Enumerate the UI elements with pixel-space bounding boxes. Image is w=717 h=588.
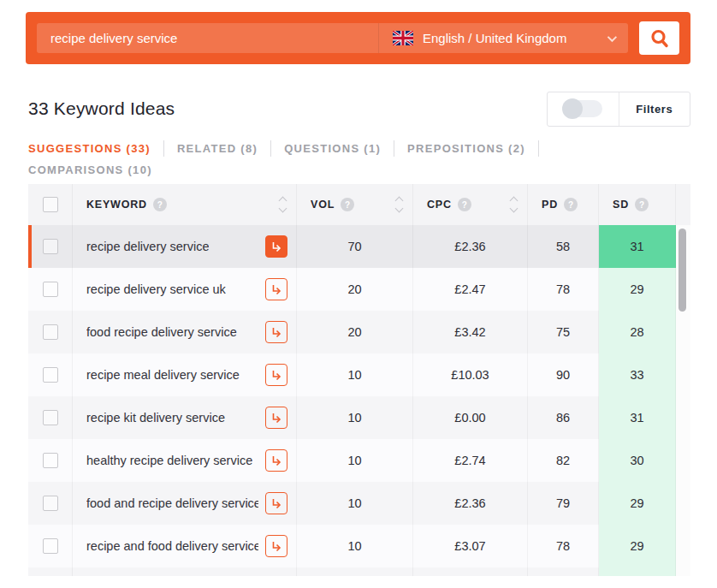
row-checkbox[interactable] [43, 453, 58, 468]
row-checkbox[interactable] [43, 282, 58, 297]
row-checkbox-cell [28, 396, 73, 439]
select-all-checkbox[interactable] [43, 197, 58, 212]
keyword-tool-app: English / United Kingdom 33 Keyword Idea… [0, 0, 717, 588]
tab-prepositions[interactable]: PREPOSITIONS (2) [407, 142, 525, 155]
keyword-cell: healthy recipe delivery service [73, 439, 297, 482]
expand-keyword-button[interactable] [265, 235, 287, 258]
toggle-track-icon [564, 100, 602, 117]
scrollbar-gutter [676, 396, 690, 439]
page-title: 33 Keyword Ideas [28, 98, 175, 119]
vol-value: 10 [297, 525, 413, 567]
search-group: English / United Kingdom [37, 23, 628, 53]
chevron-down-icon [607, 32, 617, 41]
row-checkbox[interactable] [43, 239, 58, 254]
pd-value: 79 [528, 482, 599, 525]
keyword-cell: recipe delivery service uk [73, 268, 297, 311]
table-row[interactable]: food and recipe delivery services 10 £2.… [28, 482, 690, 525]
keyword-text: recipe delivery service [86, 240, 209, 253]
row-checkbox[interactable] [43, 410, 58, 425]
column-label: VOL [311, 199, 335, 211]
vol-value: 10 [297, 396, 413, 439]
expand-keyword-button[interactable] [265, 364, 287, 386]
table-row[interactable]: recipe delivery service uk 20 £2.47 78 2… [28, 268, 690, 311]
expand-keyword-button[interactable] [265, 492, 287, 514]
pd-value: 86 [528, 396, 599, 439]
table-row[interactable]: food recipe delivery service 20 £3.42 75… [28, 311, 690, 353]
vol-value: 10 [297, 353, 413, 396]
search-button[interactable] [639, 21, 679, 55]
help-icon[interactable]: ? [564, 198, 578, 211]
table-row[interactable]: recipe meal delivery service 10 £10.03 9… [28, 353, 690, 396]
scrollbar-thumb[interactable] [678, 229, 686, 312]
sort-icon[interactable] [396, 198, 402, 211]
table-row[interactable]: healthy recipe delivery service 10 £2.74… [28, 439, 690, 482]
uk-flag-icon [393, 31, 413, 45]
column-header-vol[interactable]: VOL ? [297, 184, 413, 225]
sd-value: 28 [599, 311, 676, 353]
keyword-table: KEYWORD ? VOL ? CPC ? PD ? SD ? [28, 184, 690, 576]
header-checkbox-cell [28, 184, 73, 225]
language-label: English / United Kingdom [423, 31, 598, 45]
keyword-cell: food and recipe delivery services [73, 482, 297, 525]
column-header-sd[interactable]: SD ? [599, 184, 676, 225]
pd-value: 82 [528, 439, 599, 482]
cpc-value: £2.36 [413, 482, 528, 525]
row-checkbox[interactable] [43, 324, 58, 340]
row-checkbox-cell [28, 225, 73, 268]
expand-keyword-button[interactable] [265, 407, 287, 429]
keyword-text: recipe kit delivery service [86, 411, 225, 425]
sd-value: 29 [599, 482, 676, 525]
tab-comparisons[interactable]: COMPARISONS (10) [28, 163, 152, 176]
expand-keyword-button[interactable] [265, 278, 287, 300]
help-icon[interactable]: ? [153, 198, 167, 211]
expand-keyword-button[interactable] [265, 449, 287, 472]
column-header-pd[interactable]: PD ? [528, 184, 599, 225]
help-icon[interactable]: ? [635, 198, 649, 211]
table-header: KEYWORD ? VOL ? CPC ? PD ? SD ? [28, 184, 690, 225]
cpc-value: £2.47 [413, 268, 528, 311]
language-selector[interactable]: English / United Kingdom [378, 23, 628, 53]
cpc-value: £10.03 [413, 353, 528, 396]
cpc-value: £2.74 [413, 439, 528, 482]
cpc-value: £0.00 [413, 396, 528, 439]
column-header-cpc[interactable]: CPC ? [413, 184, 528, 225]
scrollbar-gutter [676, 439, 690, 482]
toggle-knob-icon [562, 98, 583, 119]
keyword-cell: recipe meal delivery service [73, 353, 297, 396]
filters-button[interactable]: Filters [619, 92, 690, 126]
keyword-cell: food recipe delivery service [73, 311, 297, 353]
row-checkbox-cell [28, 482, 73, 525]
table-row[interactable]: recipe and food delivery service 10 £3.0… [28, 525, 690, 567]
tab-suggestions[interactable]: SUGGESTIONS (33) [28, 142, 151, 155]
table-row[interactable]: recipe kit delivery service 10 £0.00 86 … [28, 396, 690, 439]
scrollbar-gutter [676, 353, 690, 396]
tab-related[interactable]: RELATED (8) [177, 142, 258, 155]
help-icon[interactable]: ? [458, 198, 471, 211]
expand-keyword-button[interactable] [265, 535, 287, 557]
filters-toggle[interactable] [548, 92, 619, 126]
help-icon[interactable]: ? [341, 198, 354, 211]
scrollbar-gutter [676, 311, 690, 353]
search-input[interactable] [37, 23, 378, 53]
tab-divider [538, 140, 539, 157]
row-checkbox[interactable] [43, 367, 58, 383]
table-row-partial [28, 567, 690, 576]
sort-icon[interactable] [511, 198, 517, 211]
sort-icon[interactable] [280, 198, 286, 211]
column-header-keyword[interactable]: KEYWORD ? [73, 184, 297, 225]
sd-value: 29 [599, 525, 676, 567]
row-checkbox[interactable] [43, 496, 58, 511]
pd-value: 78 [528, 268, 599, 311]
sd-value: 29 [599, 268, 676, 311]
tab-divider [270, 140, 271, 157]
column-label: KEYWORD [86, 199, 147, 211]
results-header: 33 Keyword Ideas Filters [28, 91, 690, 127]
table-row[interactable]: recipe delivery service 70 £2.36 58 31 [28, 225, 690, 268]
row-checkbox[interactable] [43, 538, 58, 554]
vol-value: 20 [297, 311, 413, 353]
tab-questions[interactable]: QUESTIONS (1) [284, 142, 381, 155]
scrollbar-gutter [676, 525, 690, 567]
expand-keyword-button[interactable] [265, 321, 287, 343]
row-checkbox-cell [28, 439, 73, 482]
row-checkbox-cell [28, 525, 73, 567]
